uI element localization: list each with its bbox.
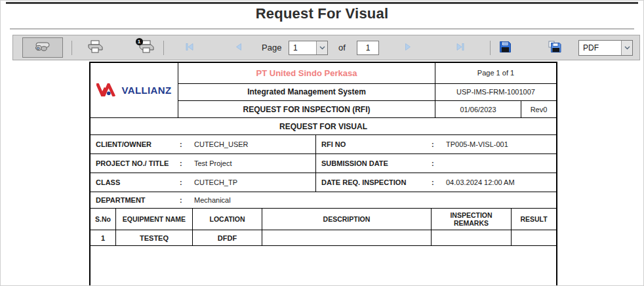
data-cell: 1	[91, 230, 116, 245]
field-label: PROJECT NO./ TITLE	[96, 159, 180, 167]
class-field: CLASS : CUTECH_TP	[91, 173, 316, 192]
colon: :	[432, 140, 446, 148]
data-cell: DFDF	[193, 230, 262, 245]
header-right-column: Page 1 of 1 USP-IMS-FRM-1001007 01/06/20…	[435, 63, 556, 117]
page-select-value: 1	[289, 41, 316, 54]
form-number: USP-IMS-FRM-1001007	[435, 84, 556, 102]
header-cell: EQUIPMENT NAME	[116, 209, 193, 230]
title-divider	[10, 28, 634, 30]
info-row: CLASS : CUTECH_TP DATE REQ. INSPECTION :…	[91, 173, 556, 192]
toolbar-separator	[71, 41, 72, 55]
vallianz-logo-mark-icon	[96, 83, 119, 98]
next-page-arrow-icon	[404, 42, 412, 54]
header-middle-column: PT United Sindo Perkasa Integrated Manag…	[178, 63, 435, 117]
printer-icon	[87, 40, 104, 56]
colon: :	[432, 178, 446, 186]
header-cell: S.No	[91, 209, 116, 230]
of-label: of	[338, 35, 346, 60]
date-req-inspection-field: DATE REQ. INSPECTION : 04.03.2024 12:00 …	[316, 173, 556, 192]
toolbar-separator	[163, 41, 164, 55]
toolbar-separator	[490, 41, 491, 55]
chevron-down-icon	[621, 41, 632, 55]
field-value: 04.03.2024 12:00 AM	[446, 178, 515, 186]
colon: :	[180, 196, 194, 204]
rfi-no-field: RFI NO : TP005-M-VISL-001	[316, 135, 556, 153]
field-value: CUTECH_TP	[194, 178, 237, 186]
client-owner-field: CLIENT/OWNER : CUTECH_USER	[91, 135, 316, 153]
company-name: PT United Sindo Perkasa	[178, 63, 435, 84]
data-cell	[512, 230, 556, 245]
search-button[interactable]	[22, 37, 63, 58]
date-rev-row: 01/06/2023 Rev0	[435, 101, 556, 117]
field-label: DATE REQ. INSPECTION	[321, 178, 432, 186]
colon: :	[180, 178, 194, 186]
report-document: VALLIANZ PT United Sindo Perkasa Integra…	[89, 62, 557, 286]
print-page-badge: 1	[136, 38, 143, 45]
company-logo: VALLIANZ	[91, 63, 178, 117]
page-info: Page 1 of 1	[435, 63, 556, 84]
export-format-select[interactable]: PDF	[578, 40, 633, 56]
page-title: Request For Visual	[1, 5, 643, 22]
floppy-disk-export-icon	[548, 41, 561, 56]
form-date: 01/06/2023	[435, 101, 521, 117]
submission-date-field: SUBMISSION DATE :	[316, 154, 556, 173]
equipment-table-header: S.No EQUIPMENT NAME LOCATION DESCRIPTION…	[91, 209, 556, 230]
last-page-button[interactable]	[443, 39, 477, 56]
section-title: REQUEST FOR VISUAL	[91, 118, 556, 135]
chevron-down-icon	[316, 41, 327, 54]
form-revision: Rev0	[521, 101, 556, 117]
field-label: SUBMISSION DATE	[321, 159, 432, 167]
print-current-page-button[interactable]: 1	[129, 38, 164, 58]
header-cell: RESULT	[512, 209, 556, 230]
previous-page-arrow-icon	[235, 42, 243, 54]
export-button[interactable]	[546, 39, 564, 56]
field-value: Test Project	[194, 159, 231, 167]
field-value: Mechanical	[194, 196, 231, 204]
field-value: TP005-M-VISL-001	[446, 140, 508, 148]
field-value: CUTECH_USER	[194, 140, 249, 148]
export-format-value: PDF	[579, 41, 621, 55]
logo-wordmark: VALLIANZ	[121, 85, 171, 96]
next-page-button[interactable]	[391, 39, 425, 56]
page-label: Page	[262, 35, 281, 60]
field-label: CLIENT/OWNER	[96, 140, 180, 148]
report-empty-area	[91, 246, 556, 286]
colon: :	[180, 159, 194, 167]
last-page-arrow-icon	[456, 42, 465, 54]
header-cell: DESCRIPTION	[262, 209, 432, 230]
data-cell	[262, 230, 432, 245]
info-row: PROJECT NO./ TITLE : Test Project SUBMIS…	[91, 154, 556, 173]
data-cell	[432, 230, 512, 245]
equipment-table-row: 1 TESTEQ DFDF	[91, 230, 556, 246]
floppy-disk-save-icon	[499, 41, 512, 56]
field-label: RFI NO	[321, 140, 432, 148]
binoculars-search-icon	[34, 41, 51, 54]
printer-with-1-badge-icon: 1	[138, 40, 155, 56]
report-toolbar: 1 Page 1 of	[12, 35, 640, 60]
header-cell: INSPECTION REMARKS	[432, 209, 512, 230]
form-title: REQUEST FOR INSPECTION (RFI)	[178, 101, 435, 117]
first-page-button[interactable]	[172, 39, 207, 56]
field-label: DEPARTMENT	[96, 196, 180, 204]
department-field: DEPARTMENT : Mechanical	[91, 192, 556, 209]
project-field: PROJECT NO./ TITLE : Test Project	[91, 154, 316, 173]
header-cell: LOCATION	[193, 209, 262, 230]
report-header: VALLIANZ PT United Sindo Perkasa Integra…	[91, 63, 556, 118]
first-page-arrow-icon	[185, 42, 194, 54]
top-divider	[6, 2, 638, 4]
data-cell: TESTEQ	[116, 230, 193, 245]
info-row: CLIENT/OWNER : CUTECH_USER RFI NO : TP00…	[91, 135, 556, 154]
print-button[interactable]	[77, 38, 113, 58]
previous-page-button[interactable]	[222, 39, 256, 56]
save-button[interactable]	[496, 39, 514, 56]
total-pages-field[interactable]	[357, 41, 379, 55]
management-system-title: Integrated Management System	[178, 84, 435, 102]
colon: :	[432, 159, 446, 167]
report-viewer-window: Request For Visual	[0, 0, 644, 286]
field-label: CLASS	[96, 178, 180, 186]
colon: :	[180, 140, 194, 148]
page-select[interactable]: 1	[289, 41, 328, 55]
